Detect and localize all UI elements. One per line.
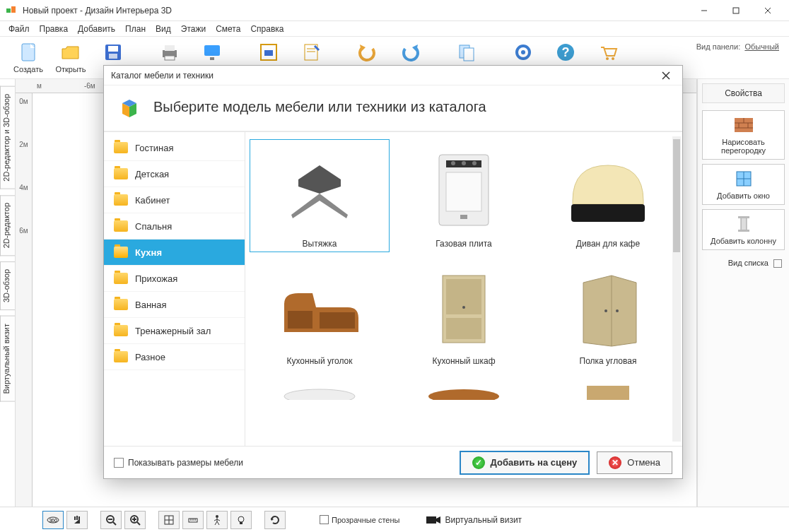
furniture-grid: ВытяжкаГазовая плитаДиван для кафеКухонн… (245, 132, 682, 446)
furniture-thumbnail (542, 379, 674, 400)
category-item[interactable]: Ванная (104, 292, 245, 318)
close-button[interactable] (752, 0, 783, 21)
tab-2d3d[interactable]: 2D-редактор и 3D-обзор (0, 86, 15, 189)
category-item[interactable]: Детская (104, 161, 245, 187)
add-to-scene-button[interactable]: ✓ Добавить на сцену (460, 451, 590, 475)
minimize-button[interactable] (688, 0, 720, 21)
svg-rect-16 (264, 50, 273, 56)
svg-text:?: ? (562, 45, 570, 59)
svg-rect-9 (109, 54, 117, 59)
app-icon (6, 5, 17, 16)
category-item[interactable]: Прихожая (104, 266, 245, 292)
zoom-out-button[interactable] (100, 511, 122, 529)
draw-partition-button[interactable]: Нарисовать перегородку (702, 110, 785, 160)
create-button[interactable]: Создать (7, 41, 49, 76)
add-window-button[interactable]: Добавить окно (702, 164, 785, 205)
folder-icon (114, 194, 128, 206)
category-item[interactable]: Кухня (104, 240, 245, 266)
svg-point-56 (216, 515, 218, 518)
refresh-button[interactable] (264, 511, 286, 529)
furniture-item[interactable] (250, 374, 390, 403)
menu-add[interactable]: Добавить (74, 23, 119, 35)
maximize-button[interactable] (720, 0, 752, 21)
panel-mode: Вид панели: Обычный (696, 42, 779, 51)
pan-button[interactable] (66, 511, 88, 529)
menu-view[interactable]: Вид (151, 23, 175, 35)
open-button[interactable]: Открыть (49, 41, 92, 76)
gear-icon (512, 41, 534, 64)
show-sizes-checkbox[interactable]: Показывать размеры мебели (114, 458, 243, 468)
svg-rect-70 (288, 311, 312, 329)
menu-file[interactable]: Файл (4, 23, 34, 35)
category-item[interactable]: Тренажерный зал (104, 318, 245, 344)
brick-icon (734, 115, 754, 135)
furniture-item[interactable]: Кухонный шкаф (394, 256, 534, 370)
category-item[interactable]: Спальня (104, 213, 245, 240)
add-column-button[interactable]: Добавить колонну (702, 209, 785, 250)
svg-point-79 (284, 389, 355, 400)
svg-rect-39 (738, 230, 749, 232)
furniture-label: Кухонный шкаф (397, 356, 530, 366)
svg-point-80 (428, 389, 499, 400)
svg-point-77 (604, 309, 607, 312)
tab-3d[interactable]: 3D-обзор (0, 261, 15, 310)
dialog-close-button[interactable] (657, 68, 675, 83)
menu-edit[interactable]: Правка (35, 23, 73, 35)
category-label: Кухня (135, 247, 162, 258)
svg-rect-3 (733, 8, 739, 13)
properties-header[interactable]: Свойства (702, 83, 785, 103)
furniture-item[interactable] (538, 374, 678, 403)
zoom-in-button[interactable] (124, 511, 146, 529)
transparent-walls-checkbox[interactable]: Прозрачные стены (320, 515, 399, 524)
category-label: Прихожая (135, 273, 177, 284)
window-title: Новый проект - Дизайн Интерьера 3D (23, 6, 172, 16)
tab-2d[interactable]: 2D-редактор (0, 195, 15, 256)
light-button[interactable] (230, 511, 252, 529)
furniture-item[interactable]: Полка угловая (538, 256, 678, 370)
camera-icon (426, 515, 440, 525)
ruler-vertical: 0м 2м 4м 6м (16, 93, 33, 507)
furniture-item[interactable] (394, 374, 534, 403)
furniture-item[interactable]: Вытяжка (250, 139, 390, 252)
list-view-header[interactable]: Вид списка (702, 259, 785, 268)
walk-button[interactable] (206, 511, 228, 529)
scrollbar[interactable] (672, 136, 681, 442)
grid-button[interactable] (158, 511, 180, 529)
furniture-thumbnail (253, 144, 386, 236)
panel-mode-link[interactable]: Обычный (744, 42, 779, 51)
furniture-item[interactable]: Диван для кафе (538, 139, 678, 252)
svg-rect-0 (6, 8, 11, 13)
furniture-item[interactable]: Кухонный уголок (250, 256, 390, 370)
menu-floors[interactable]: Этажи (177, 23, 210, 35)
category-list: ГостинаяДетскаяКабинетСпальняКухняПрихож… (104, 132, 245, 446)
svg-rect-58 (240, 522, 242, 524)
svg-rect-59 (426, 516, 436, 524)
cancel-button[interactable]: ✕ Отмена (597, 451, 672, 474)
category-item[interactable]: Разное (104, 344, 245, 370)
ruler-button[interactable] (182, 511, 204, 529)
category-label: Разное (135, 352, 165, 362)
menu-estimate[interactable]: Смета (211, 23, 245, 35)
category-item[interactable]: Кабинет (104, 187, 245, 213)
tab-virtual[interactable]: Виртуальный визит (0, 316, 15, 402)
printer-icon (158, 41, 181, 64)
furniture-label: Газовая плита (397, 239, 530, 249)
svg-rect-73 (446, 279, 481, 314)
furniture-thumbnail (253, 379, 386, 400)
folder-open-icon (59, 41, 82, 64)
furniture-label: Кухонный уголок (253, 356, 386, 366)
scene-icon (257, 41, 280, 64)
furniture-label: Диван для кафе (542, 239, 674, 249)
menu-help[interactable]: Справка (246, 23, 288, 35)
rotate-360-button[interactable]: 360 (42, 511, 64, 529)
scrollbar-thumb[interactable] (673, 139, 680, 252)
dialog-title: Каталог мебели и техники (111, 71, 214, 81)
folder-icon (114, 220, 128, 232)
svg-point-64 (451, 161, 455, 165)
menu-plan[interactable]: План (121, 23, 150, 35)
furniture-item[interactable]: Газовая плита (394, 139, 534, 252)
virtual-visit-button[interactable]: Виртуальный визит (426, 515, 522, 525)
svg-point-78 (616, 309, 619, 312)
dialog-header: Выберите модель мебели или техники из ка… (104, 85, 682, 131)
category-item[interactable]: Гостиная (104, 135, 245, 161)
